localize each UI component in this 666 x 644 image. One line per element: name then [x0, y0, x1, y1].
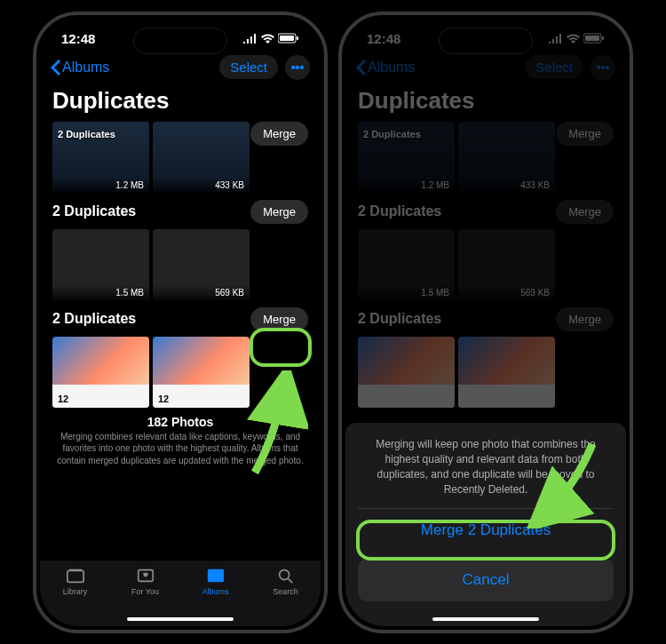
photo-thumbnail[interactable]: 569 KB	[458, 229, 555, 300]
group-title: 2 Duplicates	[52, 311, 136, 327]
nav-bar: Albums Select •••	[345, 52, 626, 83]
merge-button[interactable]: Merge	[250, 122, 308, 146]
page-title: Duplicates	[40, 83, 321, 122]
svg-rect-3	[67, 570, 83, 582]
merge-button[interactable]: Merge	[556, 307, 614, 331]
svg-rect-11	[602, 36, 604, 40]
nav-bar: Albums Select •••	[40, 52, 321, 83]
footer: 182 Photos Merging combines relevant dat…	[52, 415, 308, 467]
merge-button[interactable]: Merge	[250, 200, 308, 224]
tab-library[interactable]: Library	[40, 566, 110, 626]
photo-thumbnail[interactable]: 1.5 MB	[358, 229, 455, 300]
svg-rect-4	[68, 568, 82, 570]
merge-duplicates-button[interactable]: Merge 2 Duplicates	[358, 508, 614, 552]
back-button[interactable]: Albums	[356, 60, 415, 76]
photo-thumbnail[interactable]: 2 Duplicates 1.2 MB	[52, 122, 149, 193]
clock: 12:48	[367, 31, 400, 46]
merge-button[interactable]: Merge	[250, 307, 308, 331]
phone-left: 12:48 Albums Select ••• Duplicates	[33, 12, 328, 633]
select-button[interactable]: Select	[219, 55, 278, 79]
more-button[interactable]: •••	[285, 55, 310, 80]
duplicate-group: 2 Duplicates 1.2 MB 433 KB Merge	[52, 122, 308, 193]
status-icons	[243, 33, 299, 44]
sheet-message: Merging will keep one photo that combine…	[358, 435, 614, 507]
page-title: Duplicates	[345, 83, 626, 122]
photo-thumbnail[interactable]: 433 KB	[458, 122, 555, 193]
select-button[interactable]: Select	[525, 55, 583, 79]
photo-thumbnail[interactable]: 12	[52, 337, 149, 408]
phone-right: 12:48 Albums Select ••• Duplicates	[338, 12, 633, 633]
tab-bar: Library For You Albums Search	[40, 561, 321, 626]
cancel-button[interactable]: Cancel	[358, 559, 614, 601]
svg-rect-2	[297, 36, 298, 40]
more-button[interactable]: •••	[591, 55, 615, 80]
merge-button[interactable]: Merge	[556, 200, 614, 224]
home-indicator[interactable]	[127, 617, 234, 621]
home-indicator[interactable]	[432, 617, 539, 621]
action-sheet: Merging will keep one photo that combine…	[345, 423, 626, 625]
notch	[133, 28, 227, 54]
group-title: 2 Duplicates	[52, 203, 136, 219]
svg-rect-6	[207, 568, 223, 582]
albums-icon	[205, 566, 226, 585]
photo-thumbnail[interactable]: 569 KB	[153, 229, 250, 300]
status-icons	[549, 33, 605, 44]
svg-line-8	[288, 578, 292, 583]
svg-point-7	[279, 569, 289, 579]
svg-rect-1	[280, 36, 294, 41]
clock: 12:48	[61, 31, 95, 46]
photo-thumbnail[interactable]: 2 Duplicates 1.2 MB	[358, 122, 455, 193]
photo-thumbnail[interactable]: 12	[153, 337, 250, 408]
search-icon	[275, 566, 297, 585]
photo-thumbnail[interactable]	[358, 337, 455, 408]
notch	[439, 28, 533, 54]
tab-search[interactable]: Search	[250, 566, 321, 626]
svg-rect-10	[585, 36, 599, 41]
merge-button[interactable]: Merge	[556, 122, 614, 146]
back-button[interactable]: Albums	[51, 60, 109, 76]
for-you-icon	[135, 566, 156, 585]
photo-thumbnail[interactable]	[458, 337, 555, 408]
photo-thumbnail[interactable]: 1.5 MB	[52, 229, 149, 300]
photo-thumbnail[interactable]: 433 KB	[153, 122, 250, 193]
library-icon	[65, 566, 86, 585]
